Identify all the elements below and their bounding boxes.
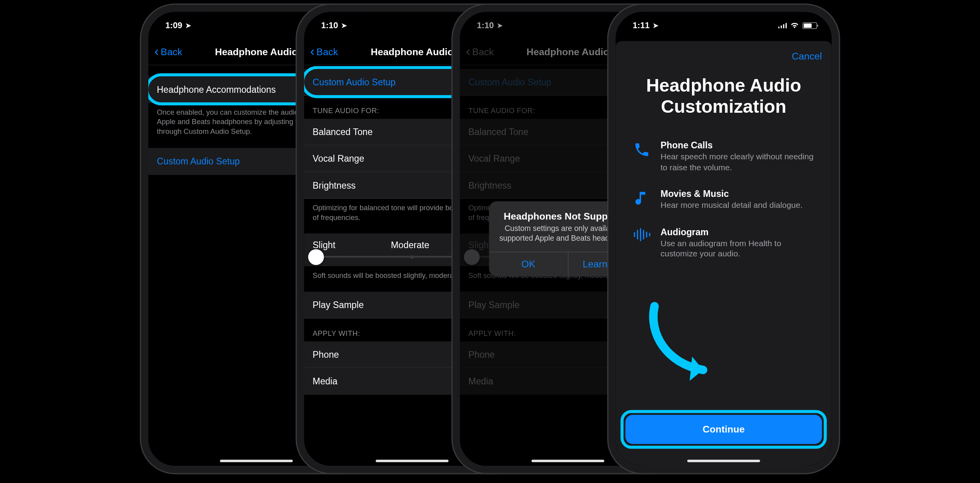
feature-movies-music: Movies & Music Hear more musical detail …: [616, 184, 832, 222]
waveform-icon: [631, 228, 652, 241]
back-button[interactable]: ‹ Back: [155, 46, 182, 58]
status-time: 1:10: [321, 20, 338, 30]
feature-title: Audiogram: [661, 227, 816, 237]
back-label: Back: [161, 46, 182, 57]
home-indicator[interactable]: [687, 460, 760, 462]
sheet: Cancel Headphone Audio Customization Pho…: [616, 41, 832, 466]
feature-desc: Hear speech more clearly without needing…: [661, 151, 816, 173]
location-icon: ➤: [341, 22, 347, 29]
cancel-button[interactable]: Cancel: [792, 51, 822, 62]
home-indicator[interactable]: [376, 460, 449, 462]
feature-desc: Hear more musical detail and dialogue.: [661, 200, 803, 211]
home-indicator[interactable]: [220, 460, 293, 462]
status-time: 1:11: [633, 20, 650, 30]
location-icon: ➤: [653, 22, 658, 29]
arrow-annotation: [642, 297, 733, 388]
back-button[interactable]: ‹ Back: [310, 46, 338, 58]
signal-icon: [778, 22, 787, 29]
slider-thumb[interactable]: [308, 249, 324, 265]
notch: [516, 12, 620, 29]
notch: [672, 12, 775, 29]
feature-phone-calls: Phone Calls Hear speech more clearly wit…: [616, 135, 832, 184]
page-title: Headphone Audio: [215, 46, 297, 57]
chevron-left-icon: ‹: [155, 45, 159, 58]
location-icon: ➤: [186, 22, 191, 29]
back-label: Back: [317, 46, 338, 57]
sheet-title: Headphone Audio Customization: [616, 72, 832, 135]
status-time: 1:09: [166, 20, 182, 30]
page-title: Headphone Audio: [371, 46, 453, 57]
home-indicator[interactable]: [531, 460, 604, 462]
notch: [205, 12, 308, 29]
alert-ok-button[interactable]: OK: [489, 252, 568, 277]
feature-audiogram: Audiogram Use an audiogram from Health t…: [616, 222, 832, 270]
row-label: Headphone Accommodations: [157, 84, 276, 94]
notch: [360, 12, 464, 29]
continue-button[interactable]: Continue: [625, 415, 822, 444]
chevron-left-icon: ‹: [310, 45, 315, 58]
music-note-icon: [631, 190, 652, 207]
feature-desc: Use an audiogram from Health to customiz…: [661, 238, 816, 259]
battery-icon: [803, 22, 817, 29]
phone-icon: [631, 141, 652, 158]
row-label: Custom Audio Setup: [313, 77, 396, 87]
feature-title: Movies & Music: [661, 189, 803, 199]
phone-4: 1:11 ➤ Cancel Headphone Audio Customizat…: [609, 5, 839, 473]
wifi-icon: [790, 22, 800, 29]
feature-title: Phone Calls: [661, 140, 816, 150]
row-label: Custom Audio Setup: [157, 156, 240, 166]
